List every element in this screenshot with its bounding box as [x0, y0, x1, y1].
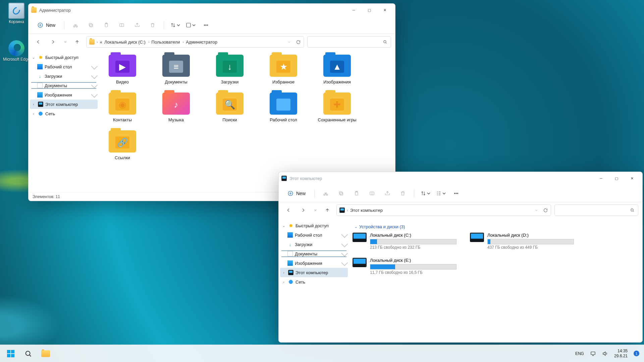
- address-bar[interactable]: › « Локальный диск (C:)› Пользователи› А…: [86, 36, 304, 48]
- search-input[interactable]: [307, 36, 391, 48]
- folder-item[interactable]: ↓Загрузки: [210, 55, 250, 84]
- close-button[interactable]: ✕: [624, 173, 640, 184]
- folder-item[interactable]: ★Избранное: [263, 55, 304, 84]
- folder-item[interactable]: ≡Документы: [156, 55, 196, 84]
- back-button[interactable]: [283, 204, 294, 216]
- edge-icon: [8, 40, 24, 56]
- refresh-button[interactable]: [296, 40, 301, 45]
- folder-item[interactable]: 🔍Поиски: [210, 93, 250, 122]
- recent-button[interactable]: [62, 36, 68, 48]
- recent-button[interactable]: [312, 204, 318, 216]
- toolbar: New: [29, 16, 395, 34]
- sidebar-pictures[interactable]: Изображения: [280, 258, 348, 268]
- maximize-button[interactable]: ▢: [362, 5, 377, 15]
- minimize-button[interactable]: ─: [346, 5, 362, 15]
- drive-item[interactable]: Локальный диск (D:)437 ГБ свободно из 44…: [470, 233, 574, 250]
- sidebar-network[interactable]: ›Сеть: [30, 109, 98, 118]
- minimize-button[interactable]: ─: [593, 173, 609, 184]
- folder-item[interactable]: 🔗Ссылки: [102, 130, 143, 160]
- copy-button[interactable]: [334, 187, 348, 199]
- breadcrumb[interactable]: Администратор: [186, 40, 217, 45]
- drive-item[interactable]: ↓ Локальный диск (E:)11,7 ГБ свободно из…: [353, 258, 457, 275]
- share-button[interactable]: [130, 19, 144, 31]
- sidebar-pictures[interactable]: Изображения: [30, 90, 98, 100]
- desktop-recycle-bin[interactable]: Корзина: [1, 3, 32, 24]
- desktop-icon: [37, 64, 43, 69]
- network-tray-icon[interactable]: [590, 351, 596, 357]
- explorer-taskbar-button[interactable]: [38, 346, 54, 361]
- clock[interactable]: 14:35 29.6.21: [614, 349, 628, 359]
- svg-point-22: [456, 193, 457, 193]
- titlebar[interactable]: Этот компьютер ─ ▢ ✕: [279, 172, 642, 185]
- search-icon: [630, 208, 635, 213]
- cut-button[interactable]: [319, 187, 333, 199]
- sidebar-documents[interactable]: Документы: [280, 249, 348, 258]
- sidebar: ⌄Быстрый доступ Рабочий стол Загрузки До…: [29, 50, 99, 192]
- folder-item[interactable]: ✚Сохраненные игры: [317, 93, 357, 122]
- address-bar[interactable]: › Этот компьютер: [336, 204, 551, 216]
- delete-button[interactable]: [146, 19, 160, 31]
- svg-point-9: [204, 24, 205, 25]
- maximize-button[interactable]: ▢: [609, 173, 624, 184]
- chevron-down-icon[interactable]: [534, 208, 538, 213]
- copy-button[interactable]: [84, 19, 98, 31]
- sidebar-downloads[interactable]: Загрузки: [30, 71, 98, 81]
- folder-item[interactable]: ◉Контакты: [102, 93, 143, 122]
- notification-badge[interactable]: 1: [634, 351, 639, 356]
- svg-rect-26: [591, 352, 595, 354]
- folder-item[interactable]: ▲Изображения: [317, 55, 357, 84]
- sidebar-this-pc[interactable]: ›Этот компьютер: [280, 268, 348, 277]
- search-button[interactable]: [20, 346, 36, 361]
- rename-button[interactable]: [115, 19, 129, 31]
- more-button[interactable]: [199, 19, 213, 31]
- drive-item[interactable]: Локальный диск (C:)213 ГБ свободно из 23…: [353, 233, 457, 250]
- breadcrumb[interactable]: Этот компьютер: [350, 208, 383, 213]
- back-button[interactable]: [33, 36, 44, 48]
- group-button[interactable]: [434, 187, 448, 199]
- search-input[interactable]: [554, 204, 638, 216]
- chevron-down-icon[interactable]: [287, 40, 291, 45]
- sidebar-this-pc[interactable]: ›Этот компьютер: [30, 100, 98, 109]
- svg-point-23: [457, 193, 458, 193]
- volume-tray-icon[interactable]: [602, 351, 608, 357]
- refresh-button[interactable]: [543, 208, 548, 213]
- share-button[interactable]: [380, 187, 394, 199]
- folder-item[interactable]: ♪Музыка: [156, 93, 196, 122]
- sidebar-quick-access[interactable]: ⌄Быстрый доступ: [30, 53, 98, 62]
- forward-button[interactable]: [47, 36, 59, 48]
- start-button[interactable]: [3, 346, 19, 361]
- titlebar[interactable]: Администратор ─ ▢ ✕: [29, 4, 395, 16]
- sidebar-desktop[interactable]: Рабочий стол: [280, 230, 348, 240]
- sort-button[interactable]: [168, 19, 182, 31]
- new-button[interactable]: New: [283, 187, 310, 199]
- desktop-edge[interactable]: Microsoft Edge: [1, 40, 32, 62]
- paste-button[interactable]: [99, 19, 113, 31]
- more-button[interactable]: [449, 187, 463, 199]
- forward-button[interactable]: [298, 204, 309, 216]
- sidebar-desktop[interactable]: Рабочий стол: [30, 62, 98, 71]
- folder-item[interactable]: ▶Видео: [102, 55, 143, 84]
- section-devices-drives[interactable]: ⌄Устройства и диски (3): [353, 223, 639, 233]
- up-button[interactable]: [71, 36, 83, 48]
- folder-item[interactable]: Рабочий стол: [263, 93, 304, 122]
- cut-button[interactable]: [68, 19, 83, 31]
- breadcrumb[interactable]: Локальный диск (C:): [104, 40, 146, 45]
- sidebar-documents[interactable]: Документы: [30, 81, 98, 90]
- up-button[interactable]: [322, 204, 333, 216]
- sidebar-network[interactable]: ›Сеть: [280, 277, 348, 287]
- rename-button[interactable]: [365, 187, 379, 199]
- view-button[interactable]: [183, 19, 198, 31]
- new-button[interactable]: New: [33, 19, 60, 31]
- breadcrumb[interactable]: Пользователи: [152, 40, 180, 45]
- svg-rect-17: [339, 191, 342, 194]
- language-indicator[interactable]: ENG: [575, 351, 584, 356]
- label: Microsoft Edge: [1, 57, 32, 62]
- sidebar-downloads[interactable]: Загрузки: [280, 240, 348, 249]
- sort-button[interactable]: [418, 187, 432, 199]
- close-button[interactable]: ✕: [377, 5, 392, 15]
- pc-icon: [339, 207, 345, 213]
- paste-button[interactable]: [350, 187, 364, 199]
- delete-button[interactable]: [396, 187, 410, 199]
- capacity-bar: [370, 264, 457, 269]
- sidebar-quick-access[interactable]: ⌄Быстрый доступ: [280, 221, 348, 230]
